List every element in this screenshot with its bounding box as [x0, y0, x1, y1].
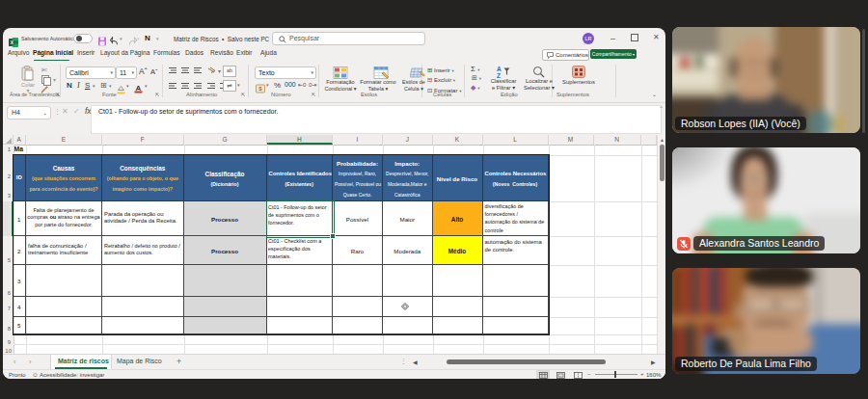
svg-text:▾: ▾ [218, 68, 221, 74]
svg-text:A: A [136, 84, 142, 93]
